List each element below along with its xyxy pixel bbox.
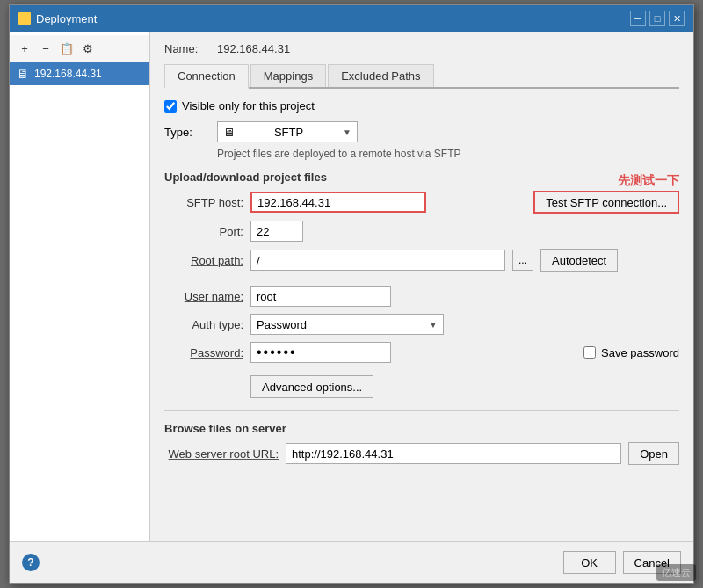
- autodetect-button[interactable]: Autodetect: [540, 249, 618, 272]
- sidebar-item-server[interactable]: 🖥 192.168.44.31: [10, 62, 149, 85]
- save-password-row: Save password: [583, 346, 679, 359]
- test-sftp-button[interactable]: Test SFTP connection...: [533, 191, 679, 214]
- sftp-host-input[interactable]: [250, 192, 426, 213]
- open-button[interactable]: Open: [628, 442, 679, 465]
- tab-mappings[interactable]: Mappings: [250, 64, 326, 87]
- advanced-options-button[interactable]: Advanced options...: [250, 375, 373, 398]
- root-path-label: Root path:: [164, 254, 243, 267]
- upload-section-title: Upload/download project files: [164, 171, 679, 184]
- type-icon: 🖥: [223, 126, 235, 139]
- user-name-input[interactable]: [250, 286, 391, 307]
- copy-button[interactable]: 📋: [57, 39, 76, 58]
- password-label: Password:: [164, 346, 243, 359]
- type-label: Type:: [164, 126, 208, 139]
- auth-type-select[interactable]: Password ▼: [250, 314, 444, 335]
- password-input[interactable]: [250, 342, 391, 363]
- port-label: Port:: [164, 225, 243, 238]
- sftp-host-label: SFTP host:: [164, 196, 243, 209]
- name-label: Name:: [164, 42, 208, 55]
- sidebar: + − 📋 ⚙ 🖥 192.168.44.31: [10, 32, 150, 541]
- user-name-label: User name:: [164, 290, 243, 303]
- name-value: 192.168.44.31: [217, 42, 290, 55]
- auth-type-row: Auth type: Password ▼: [164, 314, 679, 335]
- tab-connection[interactable]: Connection: [164, 64, 249, 89]
- sidebar-item-label: 192.168.44.31: [34, 68, 102, 80]
- ok-button[interactable]: OK: [563, 551, 616, 574]
- watermark: 亿速云: [656, 564, 696, 581]
- server-icon: 🖥: [17, 67, 29, 81]
- type-select[interactable]: 🖥 SFTP ▼: [217, 121, 358, 142]
- auth-type-value: Password: [257, 318, 307, 331]
- main-panel: Name: 192.168.44.31 Connection Mappings …: [150, 32, 693, 541]
- close-button[interactable]: ✕: [669, 11, 685, 26]
- sftp-host-row: SFTP host: 先测试一下 Test SFTP connection...: [164, 191, 679, 214]
- advanced-options-row: Advanced options...: [250, 375, 679, 398]
- web-url-label: Web server root URL:: [164, 447, 279, 461]
- root-path-input[interactable]: [250, 250, 505, 271]
- auth-type-label: Auth type:: [164, 318, 243, 331]
- tab-bar: Connection Mappings Excluded Paths: [164, 64, 679, 89]
- web-url-row: Web server root URL: Open: [164, 442, 679, 465]
- port-row: Port:: [164, 221, 679, 242]
- add-button[interactable]: +: [15, 39, 34, 58]
- settings-button[interactable]: ⚙: [78, 39, 98, 58]
- visible-checkbox-row: Visible only for this project: [164, 99, 679, 113]
- type-value: SFTP: [274, 126, 303, 139]
- type-row: Type: 🖥 SFTP ▼: [164, 121, 679, 142]
- port-input[interactable]: [250, 221, 303, 242]
- test-btn-container: 先测试一下 Test SFTP connection...: [533, 191, 679, 214]
- type-dropdown-arrow: ▼: [343, 127, 352, 137]
- user-name-row: User name:: [164, 286, 679, 307]
- save-password-checkbox[interactable]: [583, 346, 596, 359]
- title-icon: [18, 12, 31, 25]
- name-row: Name: 192.168.44.31: [164, 42, 679, 55]
- annotation-label: 先测试一下: [618, 173, 679, 189]
- minimize-button[interactable]: ─: [630, 11, 646, 26]
- bottom-bar: ? OK Cancel: [10, 541, 693, 583]
- sidebar-toolbar: + − 📋 ⚙: [10, 35, 149, 62]
- window-title: Deployment: [36, 12, 97, 25]
- visible-checkbox[interactable]: [164, 100, 177, 113]
- help-button[interactable]: ?: [22, 554, 40, 571]
- browse-section-title: Browse files on server: [164, 422, 679, 435]
- browse-section: Browse files on server Web server root U…: [164, 410, 679, 465]
- root-path-row: Root path: ... Autodetect: [164, 249, 679, 272]
- auth-type-arrow: ▼: [429, 320, 438, 330]
- title-bar: Deployment ─ □ ✕: [10, 5, 693, 32]
- web-url-input[interactable]: [286, 443, 621, 464]
- root-path-browse-button[interactable]: ...: [512, 250, 533, 271]
- password-row: Password: Save password: [164, 342, 679, 363]
- visible-checkbox-label: Visible only for this project: [182, 99, 315, 113]
- maximize-button[interactable]: □: [649, 11, 665, 26]
- save-password-label: Save password: [601, 346, 679, 359]
- remove-button[interactable]: −: [36, 39, 55, 58]
- info-text: Project files are deployed to a remote h…: [217, 148, 679, 160]
- tab-excluded-paths[interactable]: Excluded Paths: [328, 64, 433, 87]
